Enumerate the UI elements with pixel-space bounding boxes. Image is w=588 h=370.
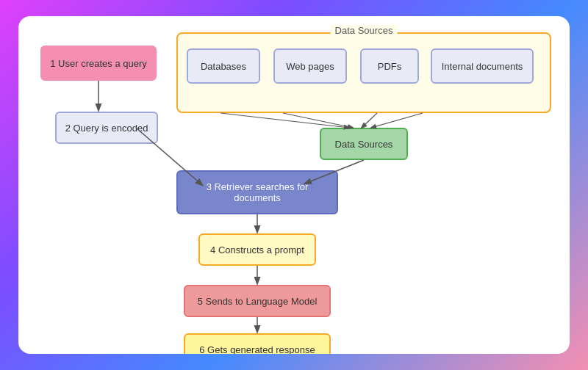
retriever-node: 3 Retriever searches for documents bbox=[176, 170, 338, 214]
data-sources-box: Data Sources Databases Web pages PDFs In… bbox=[176, 32, 551, 113]
query-encoded-node: 2 Query is encoded bbox=[55, 112, 158, 144]
user-query-node: 1 User creates a query bbox=[40, 46, 157, 81]
constructs-prompt-node: 4 Constructs a prompt bbox=[198, 233, 316, 266]
svg-line-6 bbox=[371, 113, 423, 128]
diagram-container: Data Sources Databases Web pages PDFs In… bbox=[18, 16, 570, 354]
data-sources-header-label: Data Sources bbox=[331, 25, 398, 36]
web-pages-node: Web pages bbox=[273, 48, 347, 84]
pdfs-node: PDFs bbox=[360, 48, 419, 84]
diagram-card: Data Sources Databases Web pages PDFs In… bbox=[18, 16, 570, 354]
databases-node: Databases bbox=[187, 48, 260, 84]
data-sources-green-node: Data Sources bbox=[320, 128, 408, 160]
sends-llm-node: 5 Sends to Language Model bbox=[184, 285, 331, 317]
svg-line-5 bbox=[362, 113, 377, 128]
svg-line-4 bbox=[283, 113, 353, 128]
internal-docs-node: Internal documents bbox=[431, 48, 534, 84]
svg-line-3 bbox=[220, 113, 349, 128]
gets-response-node: 6 Gets generated response bbox=[184, 333, 331, 354]
